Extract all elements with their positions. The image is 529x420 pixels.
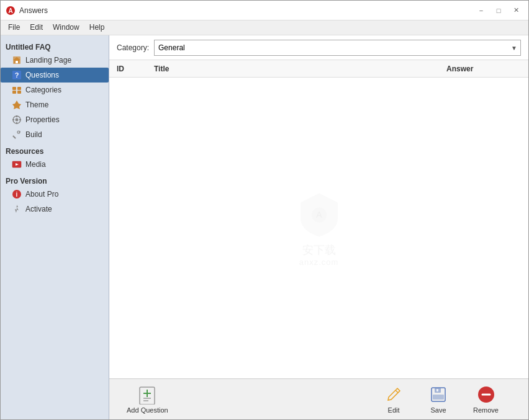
sidebar-item-landing-page[interactable]: Landing Page (1, 53, 109, 68)
svg-rect-16 (19, 119, 21, 120)
minimize-button[interactable]: − (474, 4, 489, 17)
svg-rect-7 (12, 87, 16, 90)
svg-point-24 (312, 207, 327, 222)
svg-rect-10 (17, 91, 21, 94)
sidebar-item-activate-label: Activate (25, 205, 52, 213)
properties-icon (12, 115, 22, 125)
menu-edit[interactable]: Edit (25, 22, 48, 34)
category-select-wrapper[interactable]: General ▼ (154, 40, 521, 56)
sidebar-item-properties-label: Properties (25, 115, 60, 124)
add-question-icon (137, 385, 157, 404)
sidebar: Untitled FAQ Landing Page ? (1, 35, 109, 419)
svg-rect-17 (12, 135, 16, 139)
save-button[interactable]: Save (418, 382, 458, 416)
edit-button[interactable]: Edit (374, 382, 414, 416)
table-body: A 安下载 anxz.com (109, 78, 528, 378)
col-header-answer: Answer (446, 65, 521, 73)
footer-toolbar: Add Question Edit (109, 378, 528, 419)
svg-rect-15 (12, 119, 14, 120)
sidebar-item-questions-label: Questions (25, 71, 59, 79)
home-icon (12, 55, 22, 65)
remove-label: Remove (473, 406, 499, 414)
edit-icon (384, 385, 404, 404)
svg-rect-34 (436, 389, 438, 391)
menu-help[interactable]: Help (84, 22, 110, 34)
main-layout: Untitled FAQ Landing Page ? (1, 35, 528, 419)
questions-icon: ? (12, 70, 22, 80)
svg-rect-14 (16, 122, 17, 124)
add-question-label: Add Question (127, 406, 168, 414)
remove-icon (476, 385, 496, 404)
svg-rect-13 (16, 115, 17, 117)
sidebar-item-build-label: Build (25, 130, 42, 139)
sidebar-section-resources: Resources (1, 142, 109, 157)
window-title: Answers (19, 6, 48, 15)
maximize-button[interactable]: □ (491, 4, 506, 17)
window: A Answers − □ ✕ File Edit Window Help Un… (0, 0, 529, 420)
sidebar-item-questions[interactable]: ? Questions (1, 68, 109, 83)
sidebar-item-about-pro-label: About Pro (25, 190, 58, 199)
svg-rect-9 (12, 91, 16, 94)
sidebar-item-landing-page-label: Landing Page (25, 56, 71, 65)
title-bar: A Answers − □ ✕ (1, 1, 528, 20)
remove-button[interactable]: Remove (463, 382, 509, 416)
sidebar-item-media-label: Media (25, 160, 46, 169)
svg-text:i: i (16, 191, 18, 198)
media-icon (12, 159, 22, 169)
save-label: Save (430, 406, 446, 414)
app-icon: A (6, 6, 16, 16)
watermark-text: 安下载 (302, 242, 336, 257)
col-header-title: Title (154, 65, 446, 73)
about-pro-icon: i (12, 189, 22, 199)
sidebar-item-theme[interactable]: Theme (1, 97, 109, 112)
window-controls: − □ ✕ (474, 4, 523, 17)
toolbar-right: Edit Save (374, 382, 521, 416)
svg-rect-33 (433, 395, 444, 400)
svg-point-12 (16, 118, 19, 122)
category-label: Category: (117, 43, 149, 52)
sidebar-item-about-pro[interactable]: i About Pro (1, 187, 109, 202)
menu-file[interactable]: File (3, 22, 25, 34)
sidebar-section-faq: Untitled FAQ (1, 38, 109, 53)
watermark-icon: A (294, 190, 344, 239)
table-header: ID Title Answer (109, 60, 528, 78)
save-icon (428, 385, 448, 404)
svg-text:A: A (316, 209, 322, 219)
svg-text:?: ? (15, 71, 19, 79)
sidebar-item-categories-label: Categories (25, 86, 61, 94)
edit-label: Edit (388, 406, 400, 414)
sidebar-item-build[interactable]: Build (1, 127, 109, 142)
watermark: A 安下载 anxz.com (294, 190, 344, 266)
svg-rect-8 (17, 87, 21, 90)
watermark-url: anxz.com (299, 257, 339, 266)
col-header-id: ID (117, 65, 154, 73)
activate-icon (12, 204, 22, 214)
categories-icon (12, 85, 22, 95)
build-icon (12, 130, 22, 140)
sidebar-item-media[interactable]: Media (1, 157, 109, 172)
add-question-button[interactable]: Add Question (117, 382, 178, 416)
category-select[interactable]: General (154, 40, 521, 56)
sidebar-section-pro: Pro Version (1, 172, 109, 187)
theme-icon (12, 100, 22, 110)
content-header: Category: General ▼ (109, 35, 528, 60)
svg-text:A: A (8, 7, 12, 14)
menu-bar: File Edit Window Help (1, 20, 528, 35)
content-area: Category: General ▼ ID Title Answer (109, 35, 528, 419)
sidebar-item-activate[interactable]: Activate (1, 202, 109, 217)
title-bar-left: A Answers (6, 6, 48, 16)
close-button[interactable]: ✕ (509, 4, 523, 17)
sidebar-item-categories[interactable]: Categories (1, 83, 109, 97)
sidebar-item-properties[interactable]: Properties (1, 112, 109, 127)
sidebar-item-theme-label: Theme (25, 101, 48, 109)
svg-rect-4 (16, 61, 18, 63)
menu-window[interactable]: Window (48, 22, 84, 34)
